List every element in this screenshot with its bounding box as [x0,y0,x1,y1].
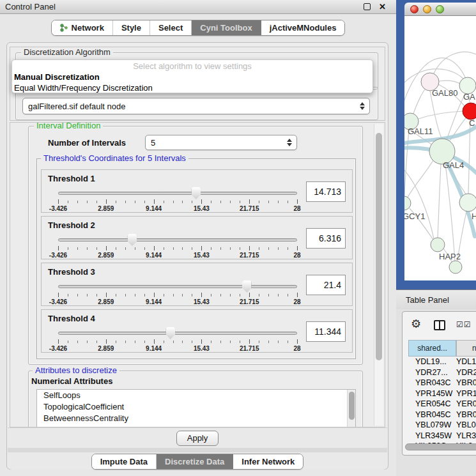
tick-mark [135,341,135,343]
close-traffic-light-icon[interactable] [410,5,418,13]
list-item-betweennesscentrality[interactable]: BetweennessCentrality [37,413,355,424]
table-hscrollbar-thumb[interactable] [405,443,476,450]
numerical-attributes-list[interactable]: SelfLoopsTopologicalCoefficientBetweenne… [36,389,356,427]
slider-thumb[interactable] [127,234,137,246]
threshold-slider[interactable]: -3.4262.8599.14415.4321.71528 [58,282,297,304]
tab-style[interactable]: Style [112,20,150,35]
cell-name: YBL0 [456,420,476,431]
close-icon[interactable]: ✕ [379,2,386,12]
slider-scale: -3.4262.8599.14415.4321.71528 [58,345,297,351]
table-row[interactable]: YBR043CYBR0 [408,378,476,389]
threshold-value-field[interactable]: 6.316 [306,228,346,249]
network-canvas[interactable]: GAL80GACGAL11GAL4GCY1HHAP2 [404,16,476,280]
tab-impute-data[interactable]: Impute Data [92,454,156,469]
algorithm-option-manual-discretization[interactable]: Manual Discretization [12,72,372,82]
network-edge[interactable] [413,89,425,114]
threshold-value-field[interactable]: 14.713 [306,181,346,202]
threshold-slider[interactable]: -3.4262.8599.14415.4321.71528 [58,329,297,351]
number-of-intervals-label: Number of Intervals [48,138,126,148]
list-item-selfloops[interactable]: SelfLoops [37,390,355,401]
attributes-scrollbar[interactable] [347,390,355,427]
slider-thumb[interactable] [242,280,252,293]
slider-track[interactable] [58,192,297,195]
tick-mark [87,247,88,250]
tick-mark [201,246,202,250]
tick-mark [297,199,298,204]
tick-mark [144,247,145,250]
network-node-c[interactable] [463,103,476,119]
network-edge[interactable] [408,160,433,197]
table-row[interactable]: YPR145WYPR1 [408,389,476,400]
network-node-h[interactable] [459,194,476,211]
slider-scale: -3.4262.8599.14415.4321.71528 [58,252,297,258]
table-row[interactable]: YLR345WYLR3 [408,431,476,442]
slider-thumb[interactable] [191,187,201,199]
column-header-1[interactable]: shared... [408,340,456,357]
tick-mark [278,294,279,296]
tab-jactivemnodules[interactable]: jActiveMNodules [261,20,345,35]
tick-mark [68,247,68,250]
network-node-hap2[interactable] [431,238,445,252]
network-edge[interactable] [439,81,460,84]
table-row[interactable]: YBR045CYBR0 [408,410,476,421]
table-row[interactable]: YDL19...YDL1 [408,357,476,368]
table-data-combobox[interactable]: galFiltered.sif default node [22,98,370,114]
threshold-row-4: Threshold 4-3.4262.8599.14415.4321.71528… [41,309,353,353]
number-of-intervals-combobox[interactable]: 5 [145,135,297,150]
table-row[interactable]: YER054CYER0 [408,399,476,410]
scale-label: -3.426 [49,298,67,305]
slider-track[interactable] [58,238,297,242]
settings-scrollbar-thumb[interactable] [376,133,382,360]
network-icon [60,23,68,33]
tick-mark [278,247,279,250]
network-edge[interactable] [404,130,409,196]
scale-label: 21.715 [240,345,259,352]
threshold-label: Threshold 1 [48,174,95,183]
settings-vertical-scrollbar[interactable] [374,124,383,426]
tick-mark [154,199,155,204]
tab-infer-network[interactable]: Infer Network [233,454,303,469]
network-edge[interactable] [438,164,441,238]
tick-mark [58,199,59,204]
interval-definition-group: Interval Definition Number of Intervals … [28,126,363,365]
zoom-traffic-light-icon[interactable] [436,5,444,13]
apply-button[interactable]: Apply [176,431,219,446]
slider-track[interactable] [58,332,297,335]
scale-label: 2.859 [98,252,114,259]
network-window-titlebar[interactable] [404,3,476,16]
tab-select[interactable]: Select [150,20,191,35]
threshold-slider[interactable]: -3.4262.8599.14415.4321.71528 [58,189,297,211]
tab-discretize-data[interactable]: Discretize Data [156,454,233,469]
threshold-label: Threshold 3 [48,267,95,277]
float-window-icon[interactable] [364,3,371,10]
slider-thumb[interactable] [165,327,175,339]
algorithm-option-equal-width-frequency-discretization[interactable]: Equal Width/Frequency Discretization [12,82,372,93]
column-header-2[interactable]: n [456,340,476,357]
table-rows: YDL19...YDL1YDR27...YDR2YBR043CYBR0YPR14… [408,357,476,447]
checkbox-icons[interactable]: ☑☑ [456,320,472,329]
threshold-value-field[interactable]: 11.344 [306,321,346,342]
tab-cyni-toolbox[interactable]: Cyni Toolbox [191,20,260,35]
network-edge[interactable] [434,52,476,73]
tick-mark [106,339,107,344]
tab-network[interactable]: Network [52,20,112,35]
slider-track[interactable] [58,285,297,288]
threshold-slider[interactable]: -3.4262.8599.14415.4321.71528 [58,236,297,257]
table-horizontal-scrollbar[interactable] [405,443,476,450]
table-header-row: shared...n [408,340,476,357]
slider-scale: -3.4262.8599.14415.4321.71528 [58,205,297,211]
tick-mark [68,294,68,296]
threshold-value-field[interactable]: 21.4 [306,275,346,295]
list-item-topologicalcoefficient[interactable]: TopologicalCoefficient [37,401,355,413]
table-row[interactable]: YBL079WYBL0 [408,420,476,431]
tick-mark [297,246,298,250]
columns-icon[interactable] [434,320,445,330]
table-row[interactable]: YDR27...YDR2 [408,368,476,379]
attributes-scrollbar-thumb[interactable] [349,392,355,420]
tick-mark [144,294,145,296]
network-node-unlabeled[interactable] [449,261,462,273]
tick-mark [116,201,116,203]
tick-mark [268,294,269,296]
minimize-traffic-light-icon[interactable] [423,5,431,13]
gear-icon[interactable]: ⚙ [411,317,421,331]
